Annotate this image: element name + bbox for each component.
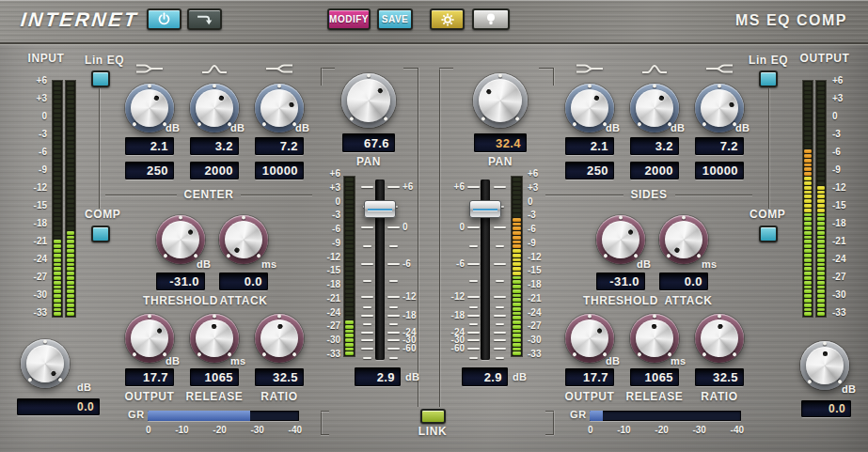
scale-label: -24 — [13, 255, 47, 264]
sides-threshold-knob[interactable] — [596, 215, 645, 264]
center-output-display[interactable]: 17.7 — [125, 368, 174, 386]
center-attack-knob[interactable] — [219, 215, 268, 264]
led-segment — [817, 127, 825, 131]
input-meter-scale: +6+30-3-6-9-12-15-18-21-24-27-30-33 — [13, 76, 47, 318]
input-trim-knob[interactable] — [21, 339, 70, 388]
sides-eq-low-freq-display[interactable]: 250 — [565, 162, 614, 179]
center-threshold-knob[interactable] — [156, 215, 205, 264]
led-segment — [804, 127, 812, 131]
save-button[interactable]: SAVE — [377, 8, 413, 30]
sides-comp-button[interactable] — [759, 226, 778, 242]
sides-section-title-row: SIDES — [545, 188, 752, 201]
led-segment — [817, 172, 825, 176]
sides-comp-label: COMP — [750, 208, 785, 221]
sides-threshold-display[interactable]: -31.0 — [596, 273, 645, 290]
scale-label: 0 — [528, 197, 554, 207]
sides-release-display[interactable]: 1065 — [630, 368, 679, 386]
input-trim-value: 0.0 — [77, 400, 94, 413]
knob-ring-marker — [148, 315, 151, 319]
led-segment — [67, 91, 74, 95]
center-attack-display[interactable]: 0.0 — [219, 273, 268, 290]
led-segment — [804, 258, 812, 262]
led-segment — [67, 177, 74, 180]
center-eq-mid-gain-display[interactable]: 3.2 — [190, 137, 239, 155]
center-release-display[interactable]: 1065 — [190, 368, 239, 386]
center-eq-low-freq-display[interactable]: 250 — [125, 162, 174, 179]
led-segment — [817, 231, 825, 235]
input-trim-display[interactable]: 0.0 — [17, 398, 100, 415]
led-segment — [67, 86, 74, 90]
center-comp-button[interactable] — [91, 226, 110, 242]
high-shelf-icon — [265, 62, 293, 75]
bracket — [553, 411, 554, 435]
fader-right-ticks-left — [466, 169, 481, 368]
sides-ratio-knob[interactable] — [695, 314, 744, 363]
redo-button[interactable] — [187, 8, 222, 30]
sides-attack-display[interactable]: 0.0 — [659, 273, 708, 290]
center-ratio-display[interactable]: 32.5 — [255, 368, 304, 386]
knob-ring-marker — [43, 340, 47, 344]
modify-button[interactable]: MODIFY — [327, 8, 371, 30]
sides-eq-mid-gain-display[interactable]: 3.2 — [630, 137, 679, 155]
settings-button[interactable] — [430, 8, 465, 30]
center-eq-high-gain-display[interactable]: 7.2 — [255, 137, 304, 155]
led-segment — [67, 114, 74, 117]
fader-right-handle[interactable] — [469, 200, 501, 218]
led-segment — [804, 145, 812, 148]
led-segment — [513, 348, 521, 351]
power-button[interactable] — [147, 8, 181, 30]
value: 2.9 — [377, 370, 395, 384]
knob-ring-marker — [256, 253, 261, 258]
fader-left-handle[interactable] — [364, 200, 396, 218]
led-segment — [67, 132, 74, 135]
sides-output-display[interactable]: 17.7 — [565, 368, 614, 386]
pan-right-display[interactable]: 32.4 — [474, 133, 527, 152]
sides-ratio-display[interactable]: 32.5 — [695, 368, 744, 386]
knob-ring-marker — [367, 74, 371, 78]
fader-left-display[interactable]: 2.9 — [355, 367, 401, 386]
sides-eq-low-gain-display[interactable]: 2.1 — [565, 137, 614, 155]
bulb-button[interactable] — [472, 8, 510, 30]
fader-right-display[interactable]: 2.9 — [462, 367, 508, 386]
led-segment — [345, 191, 354, 195]
link-button[interactable] — [420, 409, 446, 424]
sides-eq-mid-freq-display[interactable]: 2000 — [630, 162, 679, 179]
led-segment — [67, 104, 74, 108]
led-column — [815, 80, 827, 318]
pan-left-display[interactable]: 67.6 — [342, 133, 395, 152]
pan-left-knob[interactable] — [341, 73, 396, 128]
fader-tick-major — [494, 296, 506, 298]
sides-attack-knob[interactable] — [659, 215, 708, 264]
led-segment — [804, 249, 812, 253]
gr-scale-label: -20 — [655, 425, 668, 435]
led-segment — [67, 213, 74, 217]
knob-ring-marker — [132, 121, 137, 127]
output-trim-display[interactable]: 0.0 — [801, 400, 851, 417]
scale-label: -33 — [832, 308, 866, 318]
led-segment — [817, 159, 825, 163]
sides-lineq-button[interactable] — [759, 70, 778, 87]
fader-tick-major — [361, 226, 373, 228]
led-segment — [67, 82, 74, 86]
led-segment — [67, 244, 74, 248]
pan-right-knob[interactable] — [473, 73, 528, 128]
center-eq-high-freq-display[interactable]: 10000 — [255, 162, 304, 179]
sides-eq-high-gain-display[interactable]: 7.2 — [695, 137, 744, 155]
sides-eq-high-unit: dB — [735, 122, 750, 133]
led-segment — [345, 267, 354, 271]
knob-ring-marker — [197, 121, 202, 127]
center-eq-low-gain-display[interactable]: 2.1 — [125, 137, 174, 155]
led-segment — [817, 82, 825, 86]
led-segment — [67, 100, 74, 103]
power-icon — [157, 12, 171, 26]
center-ratio-knob[interactable] — [255, 314, 304, 363]
fader-tick-minor — [496, 357, 504, 359]
sides-threshold-unit: dB — [637, 258, 651, 270]
center-eq-mid-freq-display[interactable]: 2000 — [190, 162, 239, 179]
sides-eq-high-freq-display[interactable]: 10000 — [695, 162, 744, 179]
scale-label: 0 — [832, 112, 866, 121]
center-lineq-button[interactable] — [91, 70, 110, 87]
fader-tick-major — [361, 332, 373, 334]
center-threshold-display[interactable]: -31.0 — [156, 273, 205, 290]
led-segment — [67, 109, 74, 113]
